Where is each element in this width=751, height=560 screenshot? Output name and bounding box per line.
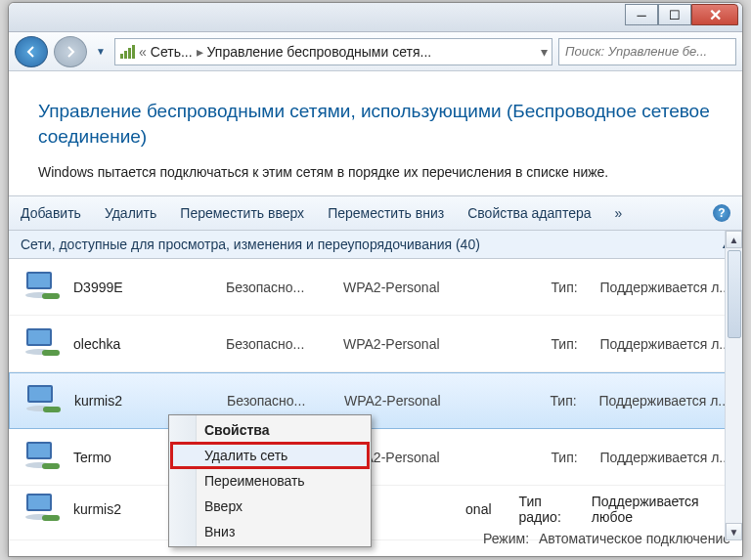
network-row[interactable]: Termo Безопасно... WPA2-Personal Тип: По…	[9, 429, 742, 486]
refresh-dropdown-icon[interactable]: ▾	[541, 44, 548, 60]
address-bar[interactable]: « Сеть... ▸ Управление беспроводными сет…	[114, 38, 552, 65]
forward-button[interactable]	[54, 36, 87, 67]
window-controls: ─ ☐ ✕	[625, 4, 738, 25]
toolbar-more[interactable]: »	[615, 205, 623, 221]
context-menu: Свойства Удалить сеть Переименовать Ввер…	[168, 414, 372, 547]
security-value: WPA2-Personal	[343, 336, 490, 352]
network-icon	[21, 438, 64, 477]
svg-rect-0	[120, 54, 123, 59]
breadcrumb-chevron: «	[139, 44, 147, 60]
list-group-label: Сети, доступные для просмотра, изменения…	[21, 237, 480, 252]
network-row[interactable]: D3999E Безопасно... WPA2-Personal Тип: П…	[9, 259, 742, 316]
mode-label: Режим:	[483, 531, 529, 546]
list-group-header[interactable]: Сети, доступные для просмотра, изменения…	[9, 231, 742, 259]
type-value: Поддерживается л...	[599, 336, 730, 352]
type-label: Тип:	[551, 336, 590, 352]
svg-rect-15	[43, 407, 61, 412]
scroll-thumb[interactable]	[728, 250, 741, 338]
back-button[interactable]	[15, 36, 48, 67]
arrow-left-icon	[23, 44, 39, 60]
type-value: Поддерживается л...	[598, 393, 729, 409]
close-button[interactable]: ✕	[691, 4, 738, 25]
svg-rect-9	[28, 330, 50, 344]
breadcrumb-seg2[interactable]: Управление беспроводными сетя...	[207, 44, 432, 60]
type-label: Тип:	[550, 393, 589, 409]
network-icon	[21, 268, 64, 307]
network-row[interactable]: kurmis2 onal Тип радио: Поддерживается л…	[9, 486, 742, 540]
network-row[interactable]: olechka Безопасно... WPA2-Personal Тип: …	[9, 316, 742, 372]
search-box[interactable]	[558, 38, 736, 65]
svg-rect-11	[42, 350, 60, 356]
toolbar-adapter-props[interactable]: Свойства адаптера	[467, 205, 591, 221]
arrow-right-icon	[63, 44, 78, 60]
command-toolbar: Добавить Удалить Переместить вверх Перем…	[9, 195, 742, 231]
network-name: olechka	[73, 336, 216, 352]
security-label: Безопасно...	[227, 393, 334, 409]
svg-rect-7	[42, 293, 60, 299]
context-move-up[interactable]: Вверх	[171, 494, 369, 519]
network-name: D3999E	[73, 280, 216, 295]
breadcrumb-seg1[interactable]: Сеть...	[151, 44, 193, 60]
scroll-up-button[interactable]: ▲	[726, 231, 742, 248]
svg-rect-19	[42, 463, 60, 469]
navigation-bar: ▼ « Сеть... ▸ Управление беспроводными с…	[9, 32, 742, 71]
page-title: Управление беспроводными сетями, использ…	[38, 99, 713, 149]
svg-rect-2	[128, 48, 131, 59]
context-properties[interactable]: Свойства	[171, 417, 369, 443]
toolbar-add[interactable]: Добавить	[21, 205, 81, 221]
toolbar-move-down[interactable]: Переместить вниз	[328, 205, 444, 221]
svg-rect-21	[28, 495, 50, 509]
network-icon	[21, 324, 64, 364]
security-label: Безопасно...	[226, 336, 333, 352]
minimize-button[interactable]: ─	[625, 4, 658, 25]
toolbar-move-up[interactable]: Переместить вверх	[180, 205, 304, 221]
network-name: kurmis2	[74, 393, 217, 409]
breadcrumb-arrow-icon: ▸	[197, 44, 203, 60]
type-value: Поддерживается л...	[599, 450, 730, 465]
radio-label: Тип радио:	[519, 494, 582, 525]
security-value: WPA2-Personal	[344, 393, 491, 409]
help-button[interactable]: ?	[713, 204, 730, 222]
security-label: Безопасно...	[226, 280, 333, 295]
security-value: WPA2-Personal	[343, 280, 490, 295]
radio-value: Поддерживается любое	[592, 494, 730, 525]
network-icon	[22, 381, 65, 420]
search-input[interactable]	[565, 44, 729, 59]
svg-rect-3	[132, 45, 135, 59]
svg-rect-1	[124, 51, 127, 59]
svg-rect-23	[42, 515, 60, 521]
svg-rect-13	[29, 387, 51, 401]
type-value: Поддерживается л...	[599, 280, 730, 295]
vertical-scrollbar[interactable]: ▲ ▼	[725, 231, 742, 540]
network-list: Сети, доступные для просмотра, изменения…	[9, 231, 742, 540]
svg-rect-17	[28, 444, 50, 457]
maximize-button[interactable]: ☐	[658, 4, 691, 25]
mode-value: Автоматическое подключение	[539, 531, 730, 546]
page-description: Windows пытается подключаться к этим сет…	[38, 164, 713, 180]
context-delete-network[interactable]: Удалить сеть	[171, 443, 369, 468]
signal-bars-icon	[119, 44, 135, 60]
network-row-selected[interactable]: kurmis2 Безопасно... WPA2-Personal Тип: …	[9, 372, 742, 429]
content-header: Управление беспроводными сетями, использ…	[9, 71, 742, 195]
scroll-down-button[interactable]: ▼	[726, 523, 742, 540]
type-label: Тип:	[551, 450, 590, 465]
svg-rect-5	[28, 274, 50, 287]
context-rename[interactable]: Переименовать	[171, 468, 369, 494]
toolbar-delete[interactable]: Удалить	[105, 205, 156, 221]
context-move-down[interactable]: Вниз	[171, 519, 369, 544]
titlebar[interactable]: ─ ☐ ✕	[9, 3, 742, 32]
explorer-window: ─ ☐ ✕ ▼ « Сеть... ▸ Управление беспровод…	[8, 2, 743, 557]
history-dropdown[interactable]: ▼	[93, 40, 109, 64]
network-icon	[21, 490, 64, 529]
type-label: Тип:	[551, 280, 590, 295]
